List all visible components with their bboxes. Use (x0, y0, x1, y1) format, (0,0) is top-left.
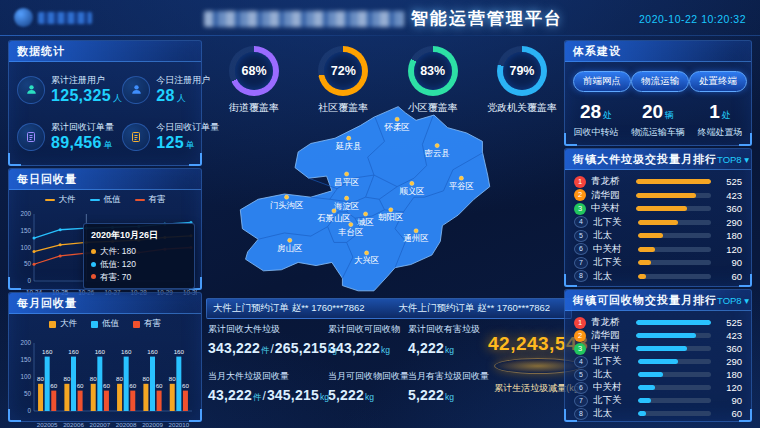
system-stat-label: 终端处置场 (689, 126, 751, 139)
stat-col-recyclable: 累计回收可回收物343,222kg当月可回收物回收量5,222kg (328, 323, 408, 417)
svg-text:密云县: 密云县 (424, 148, 450, 158)
rank-bar-fill (636, 193, 696, 198)
rank-bar-track (636, 320, 711, 325)
svg-text:平谷区: 平谷区 (448, 181, 473, 191)
system-tab-处置终端[interactable]: 处置终端 (689, 71, 747, 92)
stat-meta: 累计回收订单量89,456单 (51, 121, 114, 152)
gauge-value: 72% (324, 52, 362, 90)
rank-name: 清华园 (591, 189, 631, 202)
top8-dropdown-recyclable[interactable]: TOP8 ▾ (717, 295, 749, 306)
ranking-row: 5北太180 (574, 368, 742, 381)
rank-value: 60 (716, 408, 742, 419)
beijing-map: 怀柔区延庆县密云县昌平区顺义区平谷区门头沟区海淀区石景山区城区朝阳区丰台区通州区… (208, 94, 560, 296)
page-title-wrap: 智能运营管理平台 (204, 7, 563, 30)
value-part: 件 (253, 392, 262, 402)
tooltip-dot (91, 249, 96, 254)
ranking-row: 5北太180 (574, 229, 742, 242)
rank-value: 360 (716, 203, 742, 214)
system-stat: 1处终端处置场 (689, 101, 751, 139)
system-tab-前端网点[interactable]: 前端网点 (573, 71, 631, 92)
bottom-stat-label: 当月大件垃圾回收量 (208, 370, 328, 383)
svg-text:160: 160 (121, 348, 132, 355)
system-stat-number: 28 (580, 101, 601, 122)
rank-bar-track (638, 233, 711, 238)
top8-dropdown-bulky[interactable]: TOP8 ▾ (717, 154, 749, 165)
svg-text:海淀区: 海淀区 (333, 201, 358, 211)
value-part: kg (445, 345, 454, 355)
stat-meta: 累计注册用户125,325人 (51, 74, 122, 105)
rank-bar-track (638, 247, 711, 252)
center-bottom-stats: 累计回收大件垃圾343,222件/265,215kg当月大件垃圾回收量43,22… (208, 323, 560, 417)
rank-value: 525 (716, 176, 742, 187)
svg-text:150: 150 (20, 356, 31, 363)
ranking-row: 7北下关90 (574, 256, 742, 269)
tooltip-dot (91, 262, 96, 267)
value-part: 4,222 (408, 340, 444, 356)
system-stat-value: 28处 (565, 101, 627, 123)
system-stat-label: 物流运输车辆 (627, 126, 689, 139)
rank-bar-track (638, 220, 711, 225)
rank-value: 423 (716, 190, 742, 201)
rank-name: 青龙桥 (591, 175, 631, 188)
ticker-item: 大件上门预约订单 赵** 1760***7862 (213, 302, 365, 315)
ranking-row: 1青龙桥525 (574, 316, 742, 329)
legend-item[interactable]: 低值 (91, 318, 119, 330)
svg-text:昌平区: 昌平区 (333, 177, 358, 187)
legend-item[interactable]: 有害 (135, 194, 166, 206)
panel-title-data-stats: 数据统计 (17, 44, 65, 59)
svg-text:80: 80 (142, 375, 149, 382)
rank-value: 90 (716, 395, 742, 406)
svg-text:80: 80 (37, 375, 44, 382)
stat-label: 今日注册用户 (156, 74, 210, 87)
legend-label: 有害 (149, 194, 166, 206)
rank-bar-fill (638, 411, 646, 416)
legend-item[interactable]: 低值 (90, 194, 121, 206)
legend-item[interactable]: 有害 (133, 318, 161, 330)
legend-marker (90, 199, 100, 201)
bottom-stat-label: 累计回收可回收物 (328, 323, 408, 336)
rank-bar-track (636, 346, 711, 351)
rank-bar-track (638, 398, 711, 403)
rank-bar-fill (636, 346, 687, 351)
svg-text:150: 150 (20, 227, 31, 234)
rank-name: 北下关 (593, 256, 633, 269)
rank-name: 北太 (593, 270, 633, 283)
system-stat: 28处回收中转站 (565, 101, 627, 139)
svg-text:顺义区: 顺义区 (399, 186, 424, 196)
rank-bar-fill (638, 385, 655, 390)
tooltip-text: 低值: 120 (100, 258, 136, 271)
user-icon (130, 83, 143, 96)
svg-text:160: 160 (68, 348, 79, 355)
rank-name: 北太 (593, 368, 633, 381)
ranking-row: 4北下关290 (574, 355, 742, 368)
bottom-stat: 累计回收有害垃圾4,222kg (408, 323, 488, 357)
gauge-ring: 72% (318, 46, 368, 96)
rank-bar-fill (638, 398, 651, 403)
svg-text:丰台区: 丰台区 (337, 227, 363, 237)
value-part: 件 (261, 345, 270, 355)
legend-item[interactable]: 大件 (45, 194, 76, 206)
legend-item[interactable]: 大件 (49, 318, 77, 330)
svg-text:50: 50 (24, 260, 32, 267)
rank-name: 北下关 (593, 216, 633, 229)
svg-text:100: 100 (20, 244, 31, 251)
bottom-stat-label: 累计回收大件垃圾 (208, 323, 328, 336)
gauge-ring: 79% (497, 46, 547, 96)
svg-text:60: 60 (129, 382, 136, 389)
svg-text:202006: 202006 (63, 421, 84, 428)
bottom-stat: 累计回收可回收物343,222kg (328, 323, 408, 357)
svg-text:202005: 202005 (37, 421, 58, 428)
dashboard: 智能运营管理平台 2020-10-22 10:20:32 数据统计 累计注册用户… (0, 0, 760, 428)
value-part: 5,222 (328, 387, 364, 403)
ranking-row: 3中关村360 (574, 202, 742, 215)
ranking-row: 1青龙桥525 (574, 175, 742, 188)
svg-text:100: 100 (20, 373, 31, 380)
svg-text:0: 0 (27, 407, 31, 414)
rank-value: 423 (716, 330, 742, 341)
legend-label: 低值 (104, 194, 121, 206)
stat-value: 125,325人 (51, 87, 122, 105)
system-tab-物流运输[interactable]: 物流运输 (631, 71, 689, 92)
system-stat-label: 回收中转站 (565, 126, 627, 139)
stat-meta: 今日注册用户28人 (156, 74, 210, 105)
rank-bar-fill (636, 179, 711, 184)
